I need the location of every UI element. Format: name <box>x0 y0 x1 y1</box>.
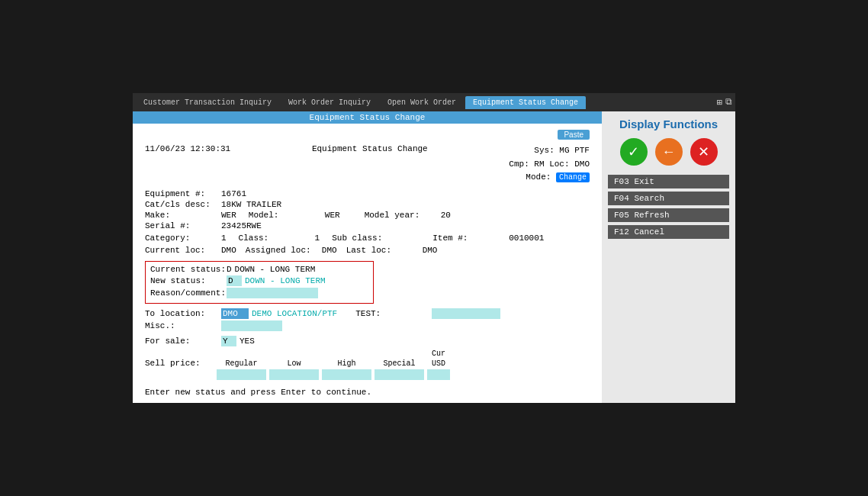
new-status-label: New status: <box>150 276 227 285</box>
usd-header: USD <box>432 359 445 368</box>
regular-header: Regular <box>225 359 257 368</box>
cat-cls-row: Cat/cls desc: 18KW TRAILER <box>145 200 590 209</box>
to-location-row: To location: DEMO LOCATION/PTF TEST: <box>145 308 590 319</box>
for-sale-label: For sale: <box>145 337 221 346</box>
x-icon: ✕ <box>698 143 709 160</box>
high-price-input[interactable] <box>322 369 371 380</box>
misc-input[interactable] <box>221 320 282 331</box>
cat-cls-label: Cat/cls desc: <box>145 200 221 209</box>
f05-refresh-button[interactable]: F05 Refresh <box>608 208 729 222</box>
current-loc-label: Current loc: <box>145 246 221 255</box>
display-functions-title: Display Functions <box>608 118 729 130</box>
tab-equipment-status-change[interactable]: Equipment Status Change <box>465 96 586 109</box>
cur-usd-input[interactable] <box>427 369 450 380</box>
cat-cls-value: 18KW TRAILER <box>221 200 281 209</box>
category-row: Category: 1 Class: 1 Sub class: Item #: … <box>145 234 590 243</box>
current-status-row: Current status: D DOWN - LONG TERM <box>150 265 368 274</box>
checkmark-icon: ✓ <box>628 143 639 160</box>
right-panel: Display Functions ✓ ← ✕ F03 Exit F04 Sea… <box>602 111 735 403</box>
status-section: Current status: D DOWN - LONG TERM New s… <box>145 261 374 304</box>
category-value: 1 <box>221 234 227 243</box>
low-col: Low <box>269 359 319 380</box>
current-loc-value: DMO <box>221 246 236 255</box>
f04-search-button[interactable]: F04 Search <box>608 192 729 205</box>
f12-cancel-button[interactable]: F12 Cancel <box>608 225 729 239</box>
action-buttons: ✓ ← ✕ <box>608 138 729 166</box>
mode-label: Mode: <box>526 172 551 182</box>
current-status-desc: DOWN - LONG TERM <box>235 265 316 274</box>
item-label: Item #: <box>432 234 509 243</box>
class-value: 1 <box>315 234 320 243</box>
sell-price-label: Sell price: <box>145 359 214 368</box>
test-input[interactable] <box>432 308 500 319</box>
item-value: 0010001 <box>509 234 544 243</box>
equipment-number-label: Equipment #: <box>145 189 221 198</box>
low-header: Low <box>287 359 301 368</box>
make-label: Make: <box>145 211 221 220</box>
close-button[interactable]: ✕ <box>690 138 718 166</box>
special-col: Special <box>375 359 424 380</box>
location-row: Current loc: DMO Assigned loc: DMO Last … <box>145 246 590 255</box>
cmp-info: Cmp: RM Loc: DMO <box>509 158 590 172</box>
tab-bar: Customer Transaction Inquiry Work Order … <box>133 93 735 111</box>
serial-value: 23425RWE <box>221 221 262 230</box>
window-icon[interactable]: ⧉ <box>725 97 732 108</box>
tab-icons: ⊞ ⧉ <box>717 97 732 108</box>
for-sale-row: For sale: YES <box>145 336 590 346</box>
back-arrow-icon: ← <box>662 144 676 160</box>
to-location-label: To location: <box>145 309 221 318</box>
equipment-row: Equipment #: 16761 <box>145 189 590 198</box>
screen-title-bar: Equipment Status Change <box>133 111 602 124</box>
mode-value: Change <box>556 172 590 182</box>
make-value: WER <box>221 211 236 220</box>
tab-open-work-order[interactable]: Open Work Order <box>380 96 464 109</box>
new-status-row: New status: DOWN - LONG TERM <box>150 275 368 286</box>
reason-label: Reason/comment: <box>150 288 227 298</box>
to-location-code-input[interactable] <box>221 308 249 319</box>
for-sale-code-input[interactable] <box>221 336 236 346</box>
back-button[interactable]: ← <box>655 138 683 166</box>
sell-price-section: Sell price: Regular Low High <box>145 349 590 380</box>
grid-icon[interactable]: ⊞ <box>717 97 722 108</box>
ok-button[interactable]: ✓ <box>620 138 648 166</box>
tab-customer-transaction[interactable]: Customer Transaction Inquiry <box>136 96 279 109</box>
cur-usd-col: Cur USD <box>427 349 450 380</box>
datetime: 11/06/23 12:30:31 <box>145 144 230 153</box>
mode-info: Mode: Change <box>509 171 590 185</box>
assigned-loc-value: DMO <box>322 246 337 255</box>
for-sale-value: YES <box>240 337 255 346</box>
tab-work-order-inquiry[interactable]: Work Order Inquiry <box>281 96 378 109</box>
current-status-label: Current status: <box>150 265 227 274</box>
model-value: WER <box>325 211 340 220</box>
serial-row: Serial #: 23425RWE <box>145 221 590 230</box>
model-label: Model: <box>249 211 325 220</box>
class-label: Class: <box>239 234 315 243</box>
special-header: Special <box>383 359 415 368</box>
paste-button[interactable]: Paste <box>558 130 590 140</box>
model-year-label: Model year: <box>365 211 441 220</box>
low-price-input[interactable] <box>269 369 319 380</box>
reason-row: Reason/comment: <box>150 288 368 298</box>
high-header: High <box>337 359 355 368</box>
model-year-value: 20 <box>441 211 451 220</box>
assigned-loc-label: Assigned loc: <box>246 246 322 255</box>
header-section: 11/06/23 12:30:31 Equipment Status Chang… <box>145 144 590 185</box>
new-status-code-input[interactable] <box>227 275 242 286</box>
test-label: TEST: <box>355 309 432 318</box>
regular-price-input[interactable] <box>217 369 266 380</box>
special-price-input[interactable] <box>375 369 424 380</box>
current-status-code: D <box>227 265 232 274</box>
form-title: Equipment Status Change <box>312 144 428 153</box>
misc-row: Misc.: <box>145 320 590 331</box>
f03-exit-button[interactable]: F03 Exit <box>608 175 729 188</box>
screen-title: Equipment Status Change <box>310 113 426 122</box>
to-location-desc: DEMO LOCATION/PTF <box>252 309 337 318</box>
cur-header: Cur <box>432 349 445 358</box>
equipment-number-value: 16761 <box>221 189 246 198</box>
reason-input[interactable] <box>227 288 318 298</box>
last-loc-value: DMO <box>423 246 438 255</box>
new-status-desc: DOWN - LONG TERM <box>245 276 326 285</box>
serial-label: Serial #: <box>145 221 221 230</box>
sys-info: Sys: MG PTF <box>509 144 590 158</box>
last-loc-label: Last loc: <box>346 246 423 255</box>
